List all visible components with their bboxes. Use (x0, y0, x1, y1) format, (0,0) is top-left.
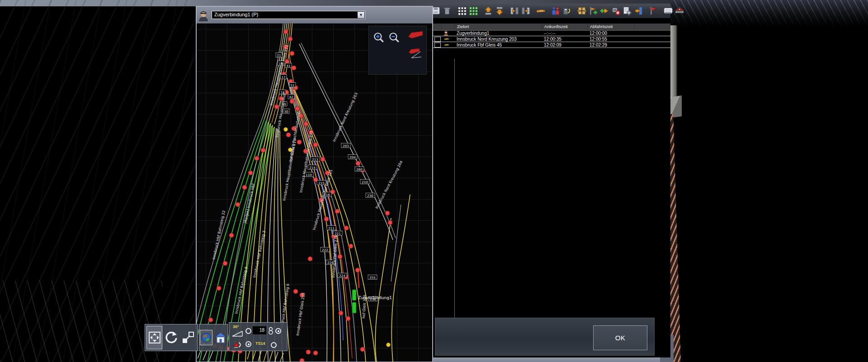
gauge-radio[interactable] (275, 328, 281, 334)
row-checkbox[interactable] (434, 37, 441, 42)
signal-number-label: 203 (343, 144, 349, 148)
signal-dot[interactable] (290, 99, 294, 104)
signal-dot[interactable] (313, 143, 318, 147)
signal-number-label: 204 (349, 156, 356, 159)
header-col-abfahrtszeit[interactable]: Abfahrtszeit (587, 24, 634, 29)
passengers-icon[interactable] (551, 6, 561, 16)
signal-dot[interactable] (248, 171, 253, 175)
signal-dot[interactable] (306, 350, 311, 354)
grid-white-icon[interactable] (457, 6, 467, 16)
signal-dot[interactable] (295, 106, 300, 111)
signal-dot[interactable] (356, 161, 360, 166)
signal-dot[interactable] (338, 254, 342, 259)
signal-dot[interactable] (229, 233, 234, 238)
add-flag-icon[interactable] (588, 6, 598, 16)
ok-button[interactable]: OK (593, 325, 647, 350)
signal-dot[interactable] (261, 148, 265, 152)
yellow-signal-dot[interactable] (284, 128, 288, 132)
signal-dot[interactable] (385, 211, 390, 215)
horn-radio[interactable] (245, 341, 251, 347)
signal-dot[interactable] (321, 157, 325, 162)
globe-button[interactable] (200, 330, 212, 345)
signal-dot[interactable] (242, 185, 247, 190)
trash-icon[interactable] (442, 6, 452, 16)
signal-dot[interactable] (293, 289, 298, 294)
task-settings-icon[interactable] (622, 6, 632, 16)
signal-dot[interactable] (290, 51, 294, 56)
table-row[interactable]: Innsbruck Fbf Gleis 45 12:02:09 12:02:29 (427, 42, 670, 48)
move-right-icon[interactable] (509, 6, 519, 16)
train-marker[interactable] (352, 302, 356, 313)
signal-dot[interactable] (236, 202, 240, 207)
signal-dot[interactable] (274, 105, 279, 109)
insert-up-icon[interactable] (483, 6, 493, 16)
speed-value-box[interactable]: 18 (253, 326, 266, 334)
track-label: Innsbruck Hbf Bahnsteig 22 (212, 210, 226, 260)
track-line[interactable] (375, 218, 391, 362)
red-wedge-angle-icon[interactable] (408, 47, 424, 60)
red-wedge-icon[interactable] (408, 31, 423, 39)
depot-icon[interactable] (675, 6, 684, 16)
signal-dot[interactable] (217, 286, 221, 291)
add-route-icon[interactable] (599, 6, 609, 16)
signal-dot[interactable] (339, 311, 343, 315)
signal-dot[interactable] (304, 122, 308, 126)
signal-dot[interactable] (300, 358, 304, 362)
track-line[interactable] (358, 272, 359, 288)
signal-dot[interactable] (344, 226, 349, 230)
track-map-canvas[interactable]: 2116411751184219302132141102152162112212… (197, 24, 432, 362)
delete-ai-icon[interactable] (611, 6, 621, 16)
signal-dot[interactable] (360, 347, 365, 352)
signal-dot[interactable] (355, 268, 360, 272)
signal-dot[interactable] (388, 220, 392, 225)
enter-door-icon[interactable] (633, 6, 643, 16)
grid-green-icon[interactable] (468, 6, 478, 16)
pointing-hand-icon[interactable] (536, 6, 546, 16)
insert-down-icon[interactable] (495, 6, 505, 16)
header-col-ankunftszeit[interactable]: Ankunftszeit (542, 24, 587, 29)
row-checkbox[interactable] (434, 43, 441, 48)
signal-dot[interactable] (223, 261, 227, 266)
train-selector-dropdown[interactable]: Zugverbindung1 (P) ▼ (212, 11, 365, 19)
signal-dot[interactable] (255, 156, 259, 161)
tile-map-icon[interactable] (577, 6, 587, 16)
signal-dot[interactable] (324, 217, 329, 221)
signal-dot[interactable] (292, 66, 296, 70)
slope-radio[interactable] (245, 328, 251, 334)
red-flag-icon[interactable] (648, 6, 658, 16)
signal-dot[interactable] (288, 37, 292, 41)
table-row[interactable]: Innsbruck Nord Kreuzung 203 12:00:35 12:… (427, 36, 670, 42)
ts-radio[interactable] (271, 342, 277, 348)
zoom-in-icon[interactable] (373, 32, 385, 44)
home-button[interactable] (214, 330, 227, 345)
header-col-extra (634, 24, 670, 29)
header-col-zielort[interactable]: Zielort (454, 24, 542, 29)
signal-dot[interactable] (308, 257, 312, 261)
timetable-toolbar (427, 4, 670, 18)
move-left-icon[interactable] (521, 6, 531, 16)
signal-dot[interactable] (283, 29, 288, 34)
dropdown-arrow-icon[interactable]: ▼ (358, 12, 364, 18)
signal-dot[interactable] (297, 140, 302, 144)
map-header-bar: Zugverbindung1 (P) ▼ (197, 7, 432, 24)
signal-dot[interactable] (335, 209, 340, 214)
track-line[interactable] (287, 78, 327, 362)
track-line[interactable] (392, 195, 410, 362)
signal-dot[interactable] (313, 351, 318, 355)
rotate-button[interactable] (163, 326, 179, 349)
table-row[interactable]: Zugverbindung1 --:--:-- 12:00:00 (427, 30, 670, 36)
signal-dot[interactable] (346, 316, 350, 321)
train-marker[interactable] (352, 290, 356, 300)
track-line[interactable] (391, 205, 401, 281)
yellow-signal-dot[interactable] (387, 343, 391, 347)
signal-dot[interactable] (208, 318, 213, 322)
pan-button[interactable] (146, 326, 162, 349)
jump-button[interactable] (180, 326, 196, 349)
signal-number-label: 211 (328, 227, 334, 230)
fuel-pump-icon[interactable] (562, 6, 572, 16)
signal-dot[interactable] (286, 133, 291, 137)
cell-abfahrtszeit: 12:02:29 (587, 42, 634, 48)
platform-icon[interactable] (663, 6, 673, 16)
signal-dot[interactable] (349, 244, 353, 248)
zoom-out-icon[interactable] (388, 32, 401, 44)
